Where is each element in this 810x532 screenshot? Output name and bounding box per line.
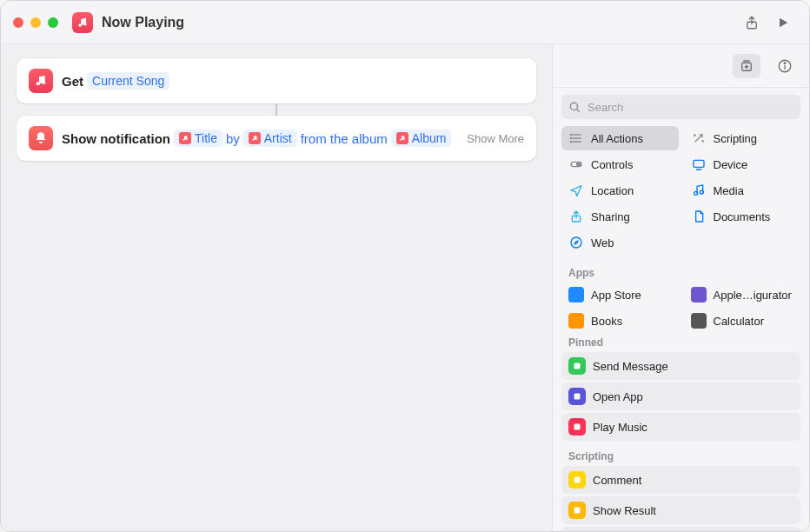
svg-rect-36 bbox=[574, 424, 581, 430]
text-from-album: from the album bbox=[301, 131, 388, 146]
svg-point-31 bbox=[700, 190, 703, 194]
action-icon bbox=[568, 388, 586, 405]
show-more-button[interactable]: Show More bbox=[467, 132, 524, 145]
action-library-sidebar: All ActionsScriptingControlsDeviceLocati… bbox=[552, 44, 809, 531]
scripting-comment[interactable]: Comment bbox=[561, 466, 800, 494]
window-controls bbox=[13, 17, 58, 28]
svg-point-0 bbox=[78, 23, 82, 27]
apps-grid: App StoreApple…iguratorBooksCalculator bbox=[561, 283, 800, 329]
section-header-apps: Apps bbox=[561, 260, 800, 283]
svg-point-6 bbox=[186, 138, 188, 140]
item-label: Show Result bbox=[593, 504, 656, 517]
svg-rect-38 bbox=[574, 508, 581, 514]
app-app-store[interactable]: App Store bbox=[561, 283, 679, 307]
category-label: Web bbox=[591, 236, 614, 249]
svg-point-4 bbox=[42, 81, 45, 84]
svg-point-17 bbox=[784, 62, 786, 63]
pinned-play-music[interactable]: Play Music bbox=[561, 413, 800, 441]
wand-icon bbox=[691, 130, 707, 146]
svg-point-25 bbox=[702, 141, 703, 142]
switch-icon bbox=[568, 156, 584, 172]
variable-token-artist[interactable]: Artist bbox=[243, 130, 297, 147]
app-apple-igurator[interactable]: Apple…igurator bbox=[684, 283, 801, 307]
app-icon bbox=[691, 287, 707, 303]
app-icon bbox=[568, 287, 584, 303]
variable-token-current-song[interactable]: Current Song bbox=[87, 72, 169, 90]
category-label: Location bbox=[591, 184, 634, 197]
category-scripting[interactable]: Scripting bbox=[684, 126, 801, 150]
category-documents[interactable]: Documents bbox=[684, 204, 801, 229]
pinned-send-message[interactable]: Send Message bbox=[561, 352, 800, 380]
svg-point-9 bbox=[400, 139, 402, 141]
category-sharing[interactable]: Sharing bbox=[561, 204, 679, 229]
sidebar-scroll[interactable]: All ActionsScriptingControlsDeviceLocati… bbox=[553, 126, 809, 531]
sidebar-toolbar bbox=[553, 44, 809, 88]
variable-token-album[interactable]: Album bbox=[391, 130, 452, 147]
category-all-actions[interactable]: All Actions bbox=[561, 126, 679, 150]
zoom-button[interactable] bbox=[48, 17, 58, 28]
list-icon bbox=[568, 130, 584, 146]
note-icon bbox=[691, 183, 707, 198]
app-label: Calculator bbox=[714, 315, 765, 328]
app-icon bbox=[568, 313, 584, 329]
shortcut-icon bbox=[72, 12, 93, 33]
svg-point-23 bbox=[570, 141, 571, 142]
safari-icon bbox=[568, 235, 584, 250]
category-device[interactable]: Device bbox=[684, 152, 801, 176]
connector bbox=[276, 103, 277, 116]
category-grid: All ActionsScriptingControlsDeviceLocati… bbox=[561, 126, 800, 255]
category-label: Sharing bbox=[591, 210, 630, 223]
scripting-list: CommentShow ResultShow AlertAsk for Inpu… bbox=[561, 466, 800, 531]
app-calculator[interactable]: Calculator bbox=[684, 309, 801, 329]
page-title: Now Playing bbox=[102, 15, 184, 30]
text-by: by bbox=[226, 131, 240, 146]
library-toggle-button[interactable] bbox=[733, 54, 760, 78]
category-label: Controls bbox=[591, 158, 633, 171]
svg-point-3 bbox=[37, 82, 40, 85]
titlebar: Now Playing bbox=[1, 1, 809, 44]
pinned-list: Send MessageOpen AppPlay Music bbox=[561, 352, 800, 441]
item-label: Send Message bbox=[593, 360, 668, 373]
variable-token-title[interactable]: Title bbox=[174, 130, 222, 147]
app-label: Apple…igurator bbox=[714, 289, 792, 302]
scripting-show-result[interactable]: Show Result bbox=[561, 496, 800, 524]
app-label: App Store bbox=[591, 289, 641, 302]
item-label: Open App bbox=[593, 390, 643, 403]
category-location[interactable]: Location bbox=[561, 178, 679, 203]
scripting-show-alert[interactable]: Show Alert bbox=[561, 527, 800, 531]
action-label: Show notification bbox=[62, 131, 170, 146]
content-area: Get Current Song Show notification Title bbox=[1, 44, 809, 531]
info-button[interactable] bbox=[771, 54, 799, 78]
share-button[interactable] bbox=[738, 10, 766, 35]
search-input[interactable] bbox=[561, 95, 800, 119]
app-label: Books bbox=[591, 315, 622, 328]
search-container bbox=[553, 88, 809, 126]
category-label: All Actions bbox=[591, 132, 643, 145]
pinned-open-app[interactable]: Open App bbox=[561, 382, 800, 410]
action-icon bbox=[568, 471, 586, 489]
svg-rect-28 bbox=[694, 160, 704, 167]
action-icon bbox=[568, 357, 586, 375]
svg-point-33 bbox=[571, 237, 581, 248]
svg-point-30 bbox=[694, 191, 697, 195]
category-media[interactable]: Media bbox=[684, 178, 801, 203]
close-button[interactable] bbox=[13, 17, 23, 28]
workflow-editor[interactable]: Get Current Song Show notification Title bbox=[1, 44, 552, 531]
category-web[interactable]: Web bbox=[561, 230, 679, 255]
notification-icon bbox=[29, 126, 53, 150]
category-label: Media bbox=[714, 184, 744, 197]
category-controls[interactable]: Controls bbox=[561, 152, 679, 176]
action-get-current-song[interactable]: Get Current Song bbox=[17, 58, 536, 103]
minimize-button[interactable] bbox=[30, 17, 41, 28]
run-button[interactable] bbox=[769, 10, 797, 35]
item-label: Play Music bbox=[593, 421, 647, 434]
app-books[interactable]: Books bbox=[561, 309, 679, 329]
action-show-notification[interactable]: Show notification Title by Artist from t… bbox=[17, 116, 536, 161]
display-icon bbox=[691, 156, 707, 172]
category-label: Device bbox=[714, 158, 748, 171]
music-icon bbox=[29, 69, 53, 93]
app-window: Now Playing Get Current Song bbox=[0, 0, 810, 532]
svg-point-24 bbox=[694, 135, 694, 136]
svg-point-5 bbox=[183, 139, 184, 141]
svg-point-7 bbox=[252, 139, 254, 141]
